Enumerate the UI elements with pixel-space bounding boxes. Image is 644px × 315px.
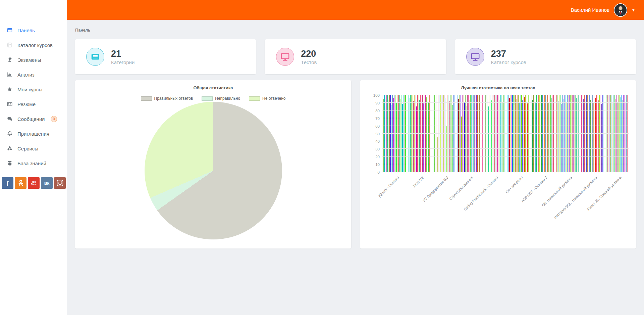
bar xyxy=(466,95,466,172)
bar xyxy=(392,95,393,172)
user-menu[interactable]: Василий Иванов ▼ xyxy=(571,3,635,17)
gridline xyxy=(382,164,629,164)
sidebar-item-label: Резюме xyxy=(17,101,36,107)
bar xyxy=(625,95,625,172)
bar xyxy=(492,95,492,172)
bar xyxy=(518,95,519,172)
bar xyxy=(532,95,532,172)
bar xyxy=(518,95,518,172)
bar xyxy=(486,95,486,172)
bar xyxy=(599,95,600,172)
bar xyxy=(404,95,404,172)
bar xyxy=(478,101,478,172)
facebook-button[interactable]: f xyxy=(2,177,13,189)
bar-group xyxy=(383,95,406,172)
bar-group xyxy=(458,95,480,172)
instagram-button[interactable] xyxy=(54,177,66,189)
bar xyxy=(588,95,588,172)
id-card-icon xyxy=(7,101,13,107)
bar-chart-x-labels: jQuery - ОсновыJava ME1С Предприятие 8.0… xyxy=(382,172,629,223)
bar xyxy=(619,95,619,172)
bar xyxy=(621,95,621,172)
bar xyxy=(538,97,538,172)
odnoklassniki-button[interactable] xyxy=(15,177,26,189)
bar xyxy=(451,95,451,172)
bar xyxy=(459,95,460,172)
bar xyxy=(465,95,466,172)
bar xyxy=(398,95,399,172)
sidebar-item-3[interactable]: Экзамены xyxy=(0,52,67,67)
bar xyxy=(425,95,426,172)
sidebar-item-1[interactable]: Панель xyxy=(0,23,67,38)
sidebar-item-9[interactable]: Сервисы xyxy=(0,141,67,156)
gridline xyxy=(382,95,629,95)
stat-card-text: 220Тестов xyxy=(301,49,317,65)
bar xyxy=(470,95,471,172)
bar xyxy=(553,95,553,172)
y-axis-tick-label: 60 xyxy=(366,124,380,128)
sidebar-item-10[interactable]: База знаний xyxy=(0,156,67,171)
y-axis-tick-label: 30 xyxy=(366,147,380,151)
bar xyxy=(500,95,501,172)
bar xyxy=(388,100,388,172)
bell-icon xyxy=(7,131,13,136)
sidebar-item-7[interactable]: Сообщения0 xyxy=(0,111,67,126)
bar xyxy=(595,95,595,172)
bar xyxy=(389,95,390,172)
stat-value: 21 xyxy=(111,49,135,59)
bar xyxy=(519,103,520,172)
youtube-button[interactable]: YouTube xyxy=(28,177,40,189)
bar xyxy=(535,95,535,172)
legend-item[interactable]: Правильных ответов xyxy=(141,96,193,101)
bar xyxy=(583,95,583,172)
bar xyxy=(535,102,536,172)
bar xyxy=(610,95,611,172)
bar xyxy=(405,95,405,172)
bar xyxy=(439,95,439,172)
bar xyxy=(476,95,477,172)
sidebar-item-8[interactable]: Приглашения xyxy=(0,126,67,141)
sidebar-item-label: Анализ xyxy=(17,72,35,78)
bar xyxy=(464,102,465,172)
y-axis-tick-label: 80 xyxy=(366,109,380,113)
bar xyxy=(418,95,418,172)
bar xyxy=(455,95,455,172)
vk-button[interactable]: вк xyxy=(41,177,53,189)
bar-chart-bars xyxy=(382,95,629,172)
bar xyxy=(522,100,523,172)
bar xyxy=(529,95,529,172)
sidebar-item-label: Сервисы xyxy=(17,146,38,151)
bar xyxy=(417,95,418,172)
cubes-icon xyxy=(7,146,13,151)
vk-icon: вк xyxy=(44,180,50,186)
bar xyxy=(476,95,476,172)
bar xyxy=(545,95,546,172)
bar xyxy=(475,98,475,172)
stat-value: 237 xyxy=(491,49,526,59)
bar xyxy=(440,103,440,172)
bar xyxy=(566,95,566,172)
bar xyxy=(510,95,511,172)
user-name: Василий Иванов xyxy=(571,7,609,13)
legend-item[interactable]: Неправильно xyxy=(202,96,240,101)
trophy-icon xyxy=(7,57,13,62)
bar xyxy=(539,95,540,172)
sidebar-item-5[interactable]: Мои курсы xyxy=(0,82,67,97)
bar xyxy=(534,95,534,172)
sidebar-item-6[interactable]: Резюме xyxy=(0,97,67,111)
legend-item[interactable]: Не отвечено xyxy=(249,96,285,101)
bar xyxy=(610,100,610,172)
sidebar-item-2[interactable]: Каталог курсов xyxy=(0,38,67,52)
bar xyxy=(514,105,514,172)
bar xyxy=(501,95,501,172)
bar xyxy=(503,95,503,172)
sidebar-item-4[interactable]: Анализ xyxy=(0,67,67,82)
y-axis-tick-label: 10 xyxy=(366,163,380,167)
bar xyxy=(577,95,577,172)
bar xyxy=(578,95,578,172)
chevron-down-icon: ▼ xyxy=(632,8,635,12)
bar xyxy=(422,95,423,172)
bar xyxy=(616,95,616,172)
stat-card-text: 237Каталог курсов xyxy=(491,49,526,65)
avatar[interactable] xyxy=(614,3,627,17)
